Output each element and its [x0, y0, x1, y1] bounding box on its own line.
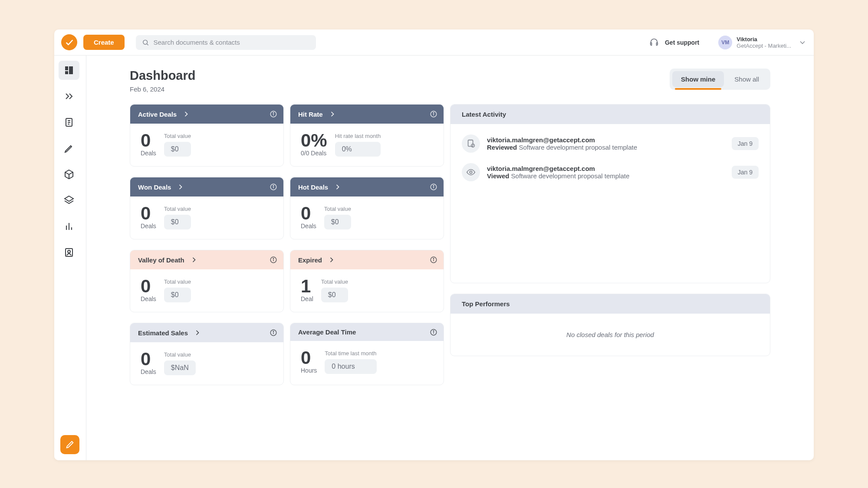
mini-value: $0 [164, 288, 191, 302]
card-title: Valley of Death [138, 256, 184, 264]
sidebar-item-documents[interactable] [59, 113, 79, 132]
main-content: Dashboard Feb 6, 2024 Show mine Show all… [86, 56, 814, 460]
info-icon[interactable] [430, 256, 437, 264]
sidebar-item-dashboard[interactable] [59, 61, 79, 80]
document-icon [64, 117, 74, 128]
chevron-right-icon [333, 183, 342, 191]
svg-point-14 [68, 250, 70, 253]
pen-icon [64, 143, 74, 154]
activity-doc: Software development proposal template [519, 144, 637, 151]
mini-label: Total value [164, 133, 191, 139]
info-icon[interactable] [270, 183, 277, 191]
reviewed-icon [462, 134, 480, 153]
chevron-right-icon [176, 183, 185, 191]
get-support-button[interactable]: Get support [648, 36, 699, 49]
sidebar-item-analytics[interactable] [59, 217, 79, 236]
search-input[interactable] [153, 39, 309, 46]
info-icon[interactable] [270, 110, 277, 118]
stat-count: 0 [141, 204, 156, 223]
svg-point-26 [433, 185, 434, 186]
app-window: Create Get support VM Viktoria GetAccept… [54, 29, 814, 460]
info-icon[interactable] [430, 183, 437, 191]
avatar: VM [718, 36, 732, 49]
stat-count: 0% [301, 131, 327, 150]
activity-doc: Software development proposal template [511, 172, 630, 180]
card-won-deals[interactable]: Won Deals 0 Deals Total value [130, 177, 284, 239]
user-org: GetAccept - Marketi... [736, 43, 791, 49]
contact-icon [64, 247, 74, 258]
card-hot-deals[interactable]: Hot Deals 0 Deals Total value [290, 177, 444, 239]
card-valley-of-death[interactable]: Valley of Death 0 Deals Total v [130, 250, 284, 312]
stat-unit: Deals [141, 368, 156, 375]
layers-icon [64, 195, 74, 206]
info-icon[interactable] [430, 328, 437, 336]
stat-count: 0 [301, 349, 317, 367]
activity-item[interactable]: viktoria.malmgren@getaccept.com Reviewed… [459, 129, 761, 158]
mini-label: Total value [321, 278, 348, 285]
mini-value: $0 [164, 215, 191, 229]
top-performers-empty: No closed deals for this period [450, 314, 770, 356]
sidebar-item-templates[interactable] [59, 191, 79, 210]
sidebar-item-contacts[interactable] [59, 243, 79, 262]
card-expired[interactable]: Expired 1 Deal Total value [290, 250, 444, 312]
mini-label: Total time last month [325, 350, 376, 357]
get-support-label: Get support [665, 39, 699, 46]
svg-point-32 [433, 258, 434, 259]
panel-latest-activity: Latest Activity viktoria.malmgren@getacc… [450, 104, 770, 283]
scope-toggle: Show mine Show all [670, 69, 770, 90]
card-estimated-sales[interactable]: Estimated Sales 0 Deals Total v [130, 323, 284, 385]
stat-unit: 0/0 Deals [301, 150, 327, 157]
svg-point-29 [273, 258, 274, 259]
stat-unit: Deals [141, 223, 156, 229]
fab-button[interactable] [60, 435, 79, 454]
page-date: Feb 6, 2024 [130, 85, 195, 93]
user-menu[interactable]: VM Viktoria GetAccept - Marketi... [718, 36, 807, 49]
card-title: Average Deal Time [298, 328, 356, 336]
edit-icon [65, 440, 75, 449]
svg-point-17 [273, 112, 274, 113]
viewed-icon [462, 163, 480, 181]
info-icon[interactable] [430, 110, 437, 118]
search-icon [142, 39, 149, 46]
stat-unit: Deals [141, 150, 156, 157]
card-hit-rate[interactable]: Hit Rate 0% 0/0 Deals Hit rate [290, 104, 444, 167]
info-icon[interactable] [270, 256, 277, 264]
activity-email: viktoria.malmgren@getaccept.com [487, 136, 725, 144]
user-name: Viktoria [736, 36, 791, 43]
svg-rect-39 [468, 140, 473, 147]
activity-item[interactable]: viktoria.malmgren@getaccept.com Viewed S… [459, 158, 761, 187]
headset-icon [648, 36, 661, 49]
user-meta: Viktoria GetAccept - Marketi... [736, 36, 791, 49]
search-input-wrap[interactable] [136, 35, 316, 50]
chevron-right-icon [327, 255, 336, 264]
chevron-right-icon [193, 328, 202, 337]
mini-value: 0% [335, 142, 381, 157]
card-avg-deal-time[interactable]: Average Deal Time 0 Hours Total time las… [290, 323, 444, 385]
mini-value: $0 [164, 142, 191, 157]
app-logo[interactable] [61, 34, 77, 50]
toggle-show-mine[interactable]: Show mine [672, 71, 724, 87]
mini-label: Total value [164, 206, 191, 212]
card-title: Hit Rate [298, 111, 323, 118]
svg-marker-9 [65, 196, 73, 201]
toggle-show-all[interactable]: Show all [726, 71, 768, 87]
stat-count: 1 [301, 277, 313, 295]
card-title: Expired [298, 256, 322, 264]
card-title: Won Deals [138, 183, 171, 191]
sidebar [54, 56, 86, 460]
svg-line-1 [147, 44, 148, 45]
dashboard-icon [64, 65, 74, 75]
svg-point-41 [470, 171, 472, 174]
sidebar-item-pipeline[interactable] [59, 87, 79, 106]
sidebar-item-sign[interactable] [59, 139, 79, 158]
activity-email: viktoria.malmgren@getaccept.com [487, 165, 725, 172]
cube-icon [64, 169, 74, 180]
info-icon[interactable] [270, 329, 277, 337]
panel-top-performers: Top Performers No closed deals for this … [450, 294, 770, 356]
card-active-deals[interactable]: Active Deals 0 Deals Total valu [130, 104, 284, 167]
svg-point-35 [273, 331, 274, 332]
create-button[interactable]: Create [83, 35, 125, 50]
sidebar-item-products[interactable] [59, 165, 79, 184]
stat-unit: Deals [301, 223, 316, 229]
chevron-right-icon [328, 110, 337, 118]
